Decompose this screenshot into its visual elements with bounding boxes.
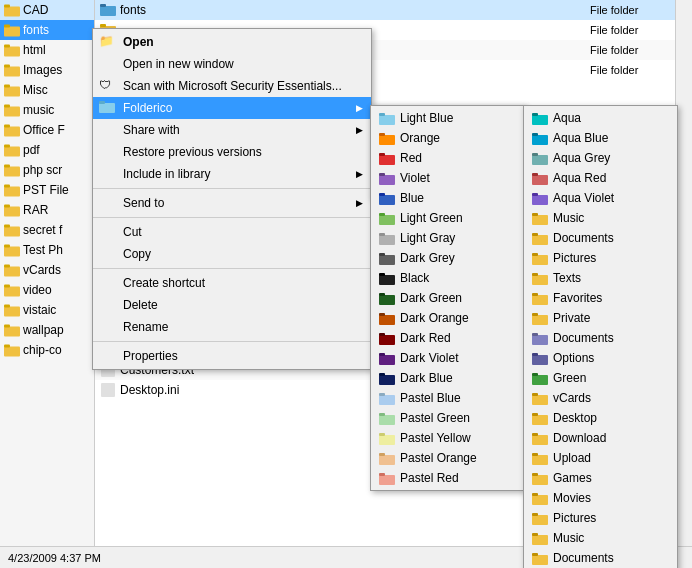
menu-item-share[interactable]: Share with [93,119,371,141]
color-item-light-blue[interactable]: Light Blue [371,108,524,128]
color-item-options[interactable]: Options [524,348,677,368]
svg-rect-103 [532,195,548,205]
color-item-texts[interactable]: Texts [524,268,677,288]
color-item-music2[interactable]: Music [524,528,677,548]
sidebar-item-images[interactable]: Images [0,60,94,80]
svg-rect-95 [532,115,548,125]
file-type: File folder [590,24,670,36]
svg-rect-71 [379,255,395,265]
sidebar-label: vistaic [23,303,56,317]
color-item-blue[interactable]: Blue [371,188,524,208]
color-item-documents[interactable]: Documents [524,228,677,248]
color-item-dark-orange[interactable]: Dark Orange [371,308,524,328]
color-item-aqua-blue[interactable]: Aqua Blue [524,128,677,148]
color-item-private[interactable]: Private [524,308,677,328]
sidebar-label: php scr [23,163,62,177]
svg-rect-76 [379,293,385,296]
svg-rect-133 [532,495,548,505]
menu-item-rename[interactable]: Rename [93,316,371,338]
svg-rect-28 [4,287,20,297]
svg-rect-106 [532,213,538,216]
sidebar-item-test[interactable]: Test Ph [0,240,94,260]
file-row-fonts[interactable]: fonts File folder [95,0,675,20]
color-item-favorites[interactable]: Favorites [524,288,677,308]
sidebar-item-cad[interactable]: CAD [0,0,94,20]
sidebar-item-fonts[interactable]: fonts [0,20,94,40]
menu-item-include-library[interactable]: Include in library [93,163,371,185]
sidebar-item-rar[interactable]: RAR [0,200,94,220]
color-item-dark-red[interactable]: Dark Red [371,328,524,348]
menu-item-folderico[interactable]: Folderico [93,97,371,119]
menu-item-open[interactable]: 📁 Open [93,31,371,53]
color-item-pastel-red[interactable]: Pastel Red [371,468,524,488]
svg-rect-79 [379,335,395,345]
sidebar-item-music[interactable]: music [0,100,94,120]
sidebar-item-vistaico[interactable]: vistaic [0,300,94,320]
menu-item-properties[interactable]: Properties [93,345,371,367]
color-item-pastel-green[interactable]: Pastel Green [371,408,524,428]
svg-rect-35 [4,345,10,348]
sidebar-item-html[interactable]: html [0,40,94,60]
menu-item-cut[interactable]: Cut [93,221,371,243]
color-item-dark-blue[interactable]: Dark Blue [371,368,524,388]
sidebar-label: Office F [23,123,65,137]
color-item-aqua-violet[interactable]: Aqua Violet [524,188,677,208]
sidebar-item-misc[interactable]: Misc [0,80,94,100]
color-item-aqua-red[interactable]: Aqua Red [524,168,677,188]
menu-item-delete[interactable]: Delete [93,294,371,316]
menu-item-open-new-window[interactable]: Open in new window [93,53,371,75]
color-item-violet[interactable]: Violet [371,168,524,188]
svg-rect-97 [532,135,548,145]
file-type: File folder [590,4,670,16]
color-item-pictures[interactable]: Pictures [524,248,677,268]
svg-rect-109 [532,255,548,265]
color-item-pastel-orange[interactable]: Pastel Orange [371,448,524,468]
color-item-documents3[interactable]: Documents [524,548,677,568]
svg-rect-1 [4,5,10,8]
sidebar-item-office[interactable]: Office F [0,120,94,140]
color-item-games[interactable]: Games [524,468,677,488]
sidebar-item-chip[interactable]: chip-co [0,340,94,360]
sidebar-item-video[interactable]: video [0,280,94,300]
svg-rect-118 [532,333,538,336]
color-item-green[interactable]: Green [524,368,677,388]
color-item-music[interactable]: Music [524,208,677,228]
color-item-documents2[interactable]: Documents [524,328,677,348]
color-item-download[interactable]: Download [524,428,677,448]
menu-item-send-to[interactable]: Send to [93,192,371,214]
menu-item-restore[interactable]: Restore previous versions [93,141,371,163]
color-item-dark-grey[interactable]: Dark Grey [371,248,524,268]
svg-rect-20 [4,207,20,217]
separator-2 [93,217,371,218]
menu-item-scan[interactable]: 🛡 Scan with Microsoft Security Essential… [93,75,371,97]
color-item-aqua[interactable]: Aqua [524,108,677,128]
color-item-aqua-grey[interactable]: Aqua Grey [524,148,677,168]
color-item-orange[interactable]: Orange [371,128,524,148]
color-item-desktop[interactable]: Desktop [524,408,677,428]
sidebar-item-secret[interactable]: secret f [0,220,94,240]
sidebar-item-wallpap[interactable]: wallpap [0,320,94,340]
color-item-vcards[interactable]: vCards [524,388,677,408]
color-item-pastel-blue[interactable]: Pastel Blue [371,388,524,408]
explorer-sidebar: CAD fonts html Images Misc music Office … [0,0,95,568]
color-item-dark-green[interactable]: Dark Green [371,288,524,308]
svg-rect-83 [379,375,395,385]
color-item-dark-violet[interactable]: Dark Violet [371,348,524,368]
color-item-upload[interactable]: Upload [524,448,677,468]
sidebar-item-pdf[interactable]: pdf [0,140,94,160]
menu-item-create-shortcut[interactable]: Create shortcut [93,272,371,294]
color-item-pastel-yellow[interactable]: Pastel Yellow [371,428,524,448]
color-item-pictures2[interactable]: Pictures [524,508,677,528]
sidebar-item-php[interactable]: php scr [0,160,94,180]
svg-rect-77 [379,315,395,325]
menu-item-copy[interactable]: Copy [93,243,371,265]
color-item-light-gray[interactable]: Light Gray [371,228,524,248]
color-item-black[interactable]: Black [371,268,524,288]
color-item-light-green[interactable]: Light Green [371,208,524,228]
sidebar-item-pst[interactable]: PST File [0,180,94,200]
svg-rect-25 [4,245,10,248]
color-item-movies[interactable]: Movies [524,488,677,508]
sidebar-item-vcards[interactable]: vCards [0,260,94,280]
color-item-red[interactable]: Red [371,148,524,168]
svg-rect-73 [379,275,395,285]
